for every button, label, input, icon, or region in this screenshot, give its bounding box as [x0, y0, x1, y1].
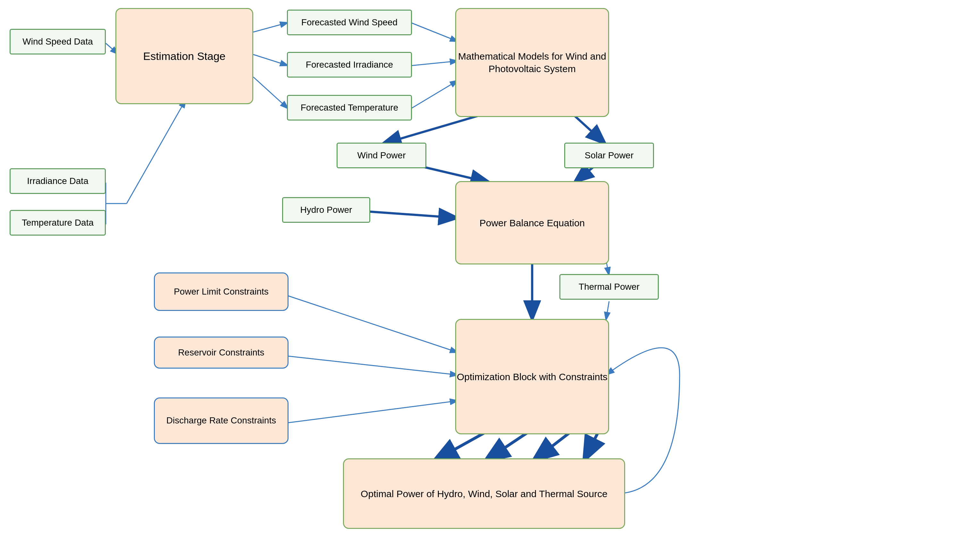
svg-line-20 — [606, 301, 609, 321]
optimal-power-box: Optimal Power of Hydro, Wind, Solar and … — [343, 458, 625, 529]
svg-line-10 — [410, 22, 458, 42]
power-limit-box: Power Limit Constraints — [154, 273, 289, 311]
estimation-stage-box: Estimation Stage — [116, 8, 253, 104]
discharge-rate-box: Discharge Rate Constraints — [154, 397, 289, 444]
math-models-box: Mathematical Models for Wind and Photovo… — [455, 8, 609, 117]
power-balance-box: Power Balance Equation — [455, 181, 609, 265]
irradiance-data-box: Irradiance Data — [10, 168, 106, 194]
svg-line-8 — [253, 55, 289, 66]
svg-line-24 — [433, 430, 491, 461]
svg-line-22 — [285, 356, 458, 375]
diagram-container: Wind Speed Data Irradiance Data Temperat… — [0, 0, 980, 559]
temperature-data-box: Temperature Data — [10, 210, 106, 236]
wind-power-box: Wind Power — [337, 143, 426, 168]
svg-line-25 — [484, 430, 532, 461]
svg-line-12 — [410, 80, 458, 109]
svg-line-26 — [532, 430, 574, 461]
svg-line-21 — [285, 295, 458, 352]
svg-line-6 — [127, 99, 186, 203]
thermal-power-box: Thermal Power — [559, 274, 659, 300]
forecasted-irradiance-box: Forecasted Irradiance — [287, 52, 412, 78]
solar-power-box: Solar Power — [564, 143, 654, 168]
svg-line-14 — [571, 112, 606, 144]
svg-line-27 — [583, 430, 600, 461]
svg-line-7 — [253, 22, 289, 32]
wind-speed-data-box: Wind Speed Data — [10, 29, 106, 55]
reservoir-box: Reservoir Constraints — [154, 337, 289, 369]
hydro-power-box: Hydro Power — [282, 197, 370, 223]
optimization-box: Optimization Block with Constraints — [455, 319, 609, 434]
svg-line-23 — [285, 401, 458, 423]
svg-line-9 — [253, 77, 289, 109]
forecasted-temperature-box: Forecasted Temperature — [287, 95, 412, 121]
forecasted-wind-speed-box: Forecasted Wind Speed — [287, 10, 412, 35]
svg-line-11 — [410, 61, 458, 66]
svg-line-17 — [369, 212, 458, 218]
